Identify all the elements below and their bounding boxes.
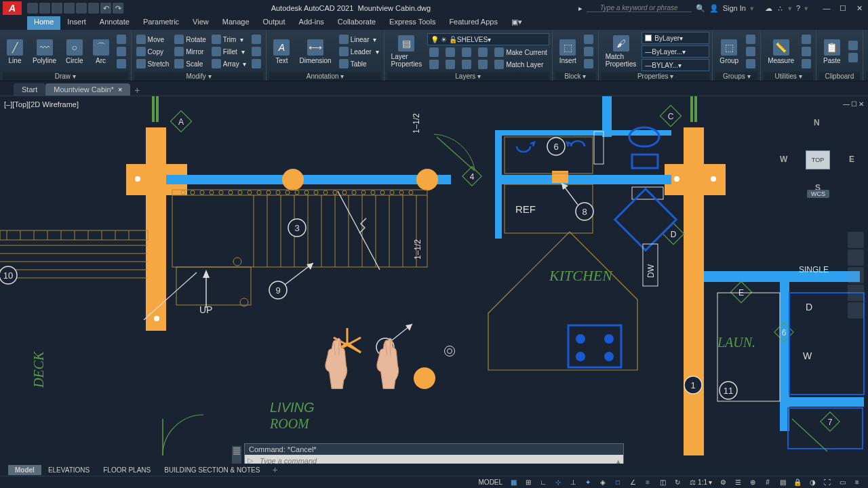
tab-addins[interactable]: Add-ins [292, 16, 331, 30]
viewport-close-icon[interactable]: ✕ [859, 100, 864, 108]
tab-expresstools[interactable]: Express Tools [382, 16, 442, 30]
tab-home[interactable]: Home [27, 16, 60, 30]
layer-lock-button[interactable] [460, 47, 473, 58]
panel-title-utilities[interactable]: Utilities ▾ [764, 72, 813, 81]
panel-title-modify[interactable]: Modify ▾ [134, 72, 264, 81]
tab-more[interactable]: ▣▾ [505, 16, 529, 30]
panel-title-annotation[interactable]: Annotation ▾ [269, 72, 380, 81]
layer-on-button[interactable] [476, 59, 490, 70]
trim-button[interactable]: Trim ▾ [210, 34, 249, 45]
group-bbox-button[interactable] [744, 58, 757, 69]
status-annomonitor-icon[interactable]: ⊕ [746, 478, 760, 487]
layer-uniso-button[interactable] [427, 59, 441, 70]
search-go-icon[interactable]: 🔍 [696, 4, 705, 13]
linetype-dropdown[interactable]: — BYLAY... ▾ [642, 59, 709, 71]
search-icon[interactable]: ▸ [578, 4, 583, 13]
viewcube[interactable]: N E S W TOP WCS [780, 117, 854, 198]
rotate-button[interactable]: Rotate [172, 34, 208, 45]
arc-button[interactable]: ⌒Arc [89, 38, 113, 66]
viewport-max-icon[interactable]: ☐ [851, 100, 857, 108]
layout-model[interactable]: Model [8, 465, 41, 475]
line-button[interactable]: ╱Line [3, 38, 27, 66]
close-tab-icon[interactable]: × [118, 85, 122, 94]
tab-manage[interactable]: Manage [216, 16, 256, 30]
offset-button[interactable] [250, 58, 263, 69]
spline-button[interactable] [115, 34, 128, 45]
status-polar-icon[interactable]: ✦ [581, 478, 595, 487]
move-button[interactable]: Move [134, 34, 172, 45]
layer-properties-button[interactable]: ▤Layer Properties [387, 34, 427, 69]
copyclip-button[interactable] [846, 52, 860, 63]
status-cleanscreen-icon[interactable]: ▭ [835, 478, 849, 487]
select-all-button[interactable] [800, 46, 813, 57]
text-button[interactable]: AText [269, 38, 294, 66]
status-units-icon[interactable]: # [761, 478, 774, 487]
panel-title-groups[interactable]: Groups ▾ [715, 72, 757, 81]
viewcube-face[interactable]: TOP [806, 150, 830, 169]
qat-redo-icon[interactable]: ↷ [113, 3, 123, 14]
tab-insert[interactable]: Insert [60, 16, 93, 30]
create-block-button[interactable] [582, 34, 595, 45]
viewcube-wcs[interactable]: WCS [807, 190, 829, 198]
search-hint[interactable]: Type a keyword or phrase [587, 4, 692, 12]
group-button[interactable]: ⬚Group [715, 38, 743, 66]
edit-attr-button[interactable] [582, 58, 595, 69]
tab-output[interactable]: Output [256, 16, 292, 30]
layout-floorplans[interactable]: FLOOR PLANS [96, 465, 157, 475]
nav-orbit-icon[interactable] [848, 285, 864, 301]
panel-title-draw[interactable]: Draw ▾ [3, 72, 128, 81]
layer-freeze-button[interactable] [443, 47, 457, 58]
autodesk-app-icon[interactable]: ⛬ [776, 4, 784, 12]
layer-thaw-button[interactable] [443, 59, 457, 70]
panel-title-block[interactable]: Block ▾ [555, 72, 595, 81]
mirror-button[interactable]: Mirror [172, 46, 208, 57]
erase-button[interactable] [250, 34, 263, 45]
paste-button[interactable]: 📋Paste [819, 38, 845, 66]
viewcube-n[interactable]: N [814, 118, 820, 127]
make-current-button[interactable]: Make Current [492, 47, 549, 58]
explode-button[interactable] [250, 46, 263, 57]
qat-web-icon[interactable] [76, 3, 87, 14]
status-dyn-icon[interactable]: ⊹ [551, 478, 565, 487]
qat-save-icon[interactable] [52, 3, 62, 14]
leader-button[interactable]: Leader ▾ [337, 46, 381, 57]
ellipse-button[interactable] [115, 46, 128, 57]
dimension-button[interactable]: ⟷Dimension [295, 38, 335, 66]
status-iso-icon[interactable]: ◈ [596, 478, 610, 487]
qat-undo-icon[interactable]: ↶ [100, 3, 111, 14]
array-button[interactable]: Array ▾ [210, 58, 249, 69]
copy-button[interactable]: Copy [134, 46, 172, 57]
tab-parametric[interactable]: Parametric [136, 16, 186, 30]
maximize-button[interactable]: ☐ [837, 3, 849, 13]
drawing-canvas[interactable]: [–][Top][2D Wireframe] [0, 96, 868, 455]
viewport-min-icon[interactable]: — [843, 100, 850, 108]
status-lwt-icon[interactable]: ≡ [641, 478, 654, 487]
status-hardware-icon[interactable]: ⛶ [821, 478, 834, 487]
tab-view[interactable]: View [186, 16, 216, 30]
tab-collaborate[interactable]: Collaborate [331, 16, 382, 30]
layout-sections[interactable]: BUILDING SECTION & NOTES [157, 465, 267, 475]
base-view-button[interactable]: ◻Base [866, 38, 868, 66]
status-workspace-icon[interactable]: ☰ [731, 478, 745, 487]
layer-iso-button[interactable] [427, 47, 441, 58]
status-quickprops-icon[interactable]: ▤ [776, 478, 789, 487]
layout-add-button[interactable]: + [267, 463, 283, 476]
hatch-button[interactable] [115, 58, 128, 69]
viewcube-w[interactable]: W [780, 155, 787, 164]
nav-pan-icon[interactable] [848, 249, 864, 266]
viewcube-e[interactable]: E [849, 155, 854, 164]
layer-unlock-button[interactable] [460, 59, 473, 70]
nav-zoom-icon[interactable] [848, 267, 864, 283]
cut-button[interactable] [846, 40, 860, 51]
quick-select-button[interactable] [800, 34, 813, 45]
status-model[interactable]: MODEL [476, 478, 506, 487]
edit-block-button[interactable] [582, 46, 595, 57]
tab-featuredapps[interactable]: Featured Apps [442, 16, 505, 30]
linear-button[interactable]: Linear ▾ [337, 34, 381, 45]
qat-plot-icon[interactable] [88, 3, 99, 14]
nav-showmotion-icon[interactable] [848, 302, 864, 319]
app-logo-icon[interactable]: A [3, 1, 22, 15]
share-icon[interactable]: ☁ [765, 4, 772, 13]
filetab-start[interactable]: Start [14, 83, 45, 96]
signin-text[interactable]: Sign In [723, 4, 746, 12]
